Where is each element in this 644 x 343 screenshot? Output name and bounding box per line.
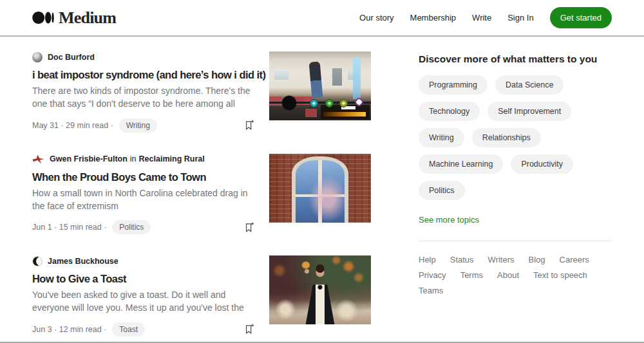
footer-link[interactable]: Writers [488, 255, 515, 264]
article-title[interactable]: How to Give a Toast [32, 273, 258, 286]
author-avatar[interactable] [32, 256, 43, 266]
medium-logo-icon [32, 12, 54, 24]
sidebar-divider [419, 241, 612, 241]
topic-pill[interactable]: Relationships [472, 128, 541, 147]
get-started-button[interactable]: Get started [550, 7, 612, 28]
footer-link[interactable]: Help [419, 255, 436, 264]
topic-pill[interactable]: Productivity [511, 154, 573, 174]
nav-write[interactable]: Write [472, 13, 491, 23]
bookmark-add-icon[interactable] [243, 119, 255, 131]
article-tag-pill[interactable]: Politics [112, 220, 151, 234]
article-thumbnail[interactable] [269, 154, 371, 223]
medium-wordmark: Medium [59, 8, 116, 28]
byline: James Buckhouse [32, 255, 258, 266]
publication-name[interactable]: Reclaiming Rural [139, 154, 205, 163]
topic-pill[interactable]: Writing [419, 128, 464, 147]
topic-list: ProgrammingData ScienceTechnologySelf Im… [419, 75, 612, 200]
footer-link[interactable]: About [497, 270, 519, 280]
article-date-readtime: Jun 1 · 15 min read · [32, 223, 106, 232]
byline: Doc Burford [32, 51, 258, 62]
discover-heading: Discover more of what matters to you [419, 53, 612, 65]
article-date-readtime: Jun 3 · 12 min read · [32, 325, 106, 334]
article-meta-row: Jun 3 · 12 min read · Toast [32, 322, 258, 337]
article-thumbnail[interactable] [269, 51, 371, 120]
footer-link[interactable]: Text to speech [533, 270, 587, 280]
medium-logo[interactable]: Medium [32, 8, 116, 28]
bookmark-add-icon[interactable] [243, 221, 255, 234]
header-nav: Our story Membership Write Sign In Get s… [359, 7, 612, 28]
article-title[interactable]: i beat impostor syndrome (and here’s how… [32, 69, 258, 82]
footer-link[interactable]: Blog [529, 255, 545, 264]
author-avatar[interactable] [32, 52, 43, 62]
site-header: Medium Our story Membership Write Sign I… [0, 0, 644, 37]
topic-pill[interactable]: Politics [419, 181, 465, 200]
article-card: Gwen Frisbie-Fulton in Reclaiming Rural … [32, 154, 371, 234]
topic-pill[interactable]: Self Improvement [488, 102, 571, 121]
article-excerpt: You've been asked to give a toast. Do it… [32, 288, 258, 315]
footer-link[interactable]: Status [450, 255, 474, 264]
see-more-topics-link[interactable]: See more topics [419, 215, 479, 225]
footer-link[interactable]: Privacy [419, 270, 446, 280]
article-feed: Doc Burford i beat impostor syndrome (an… [32, 51, 371, 343]
bookmark-add-icon[interactable] [243, 323, 255, 335]
article-excerpt: There are two kinds of impostor syndrome… [32, 84, 258, 111]
topic-pill[interactable]: Technology [419, 102, 480, 121]
sidebar: Discover more of what matters to you Pro… [419, 51, 612, 343]
author-name[interactable]: Doc Burford [48, 53, 95, 62]
author-avatar[interactable] [32, 154, 44, 164]
nav-our-story[interactable]: Our story [359, 13, 393, 23]
byline: Gwen Frisbie-Fulton in Reclaiming Rural [32, 154, 258, 165]
article-thumbnail[interactable] [269, 255, 371, 324]
topic-pill[interactable]: Data Science [495, 75, 564, 95]
footer-link[interactable]: Teams [419, 286, 443, 295]
nav-sign-in[interactable]: Sign In [507, 13, 533, 23]
author-name[interactable]: Gwen Frisbie-Fulton [50, 154, 128, 163]
footer-link[interactable]: Terms [460, 270, 483, 280]
footer-link[interactable]: Careers [560, 255, 589, 264]
article-meta-row: Jun 1 · 15 min read · Politics [32, 220, 258, 234]
article-title[interactable]: When the Proud Boys Came to Town [32, 171, 258, 184]
article-date-readtime: May 31 · 29 min read · [32, 121, 113, 130]
sidebar-footer-links: HelpStatusWritersBlogCareersPrivacyTerms… [419, 255, 612, 295]
article-card: James Buckhouse How to Give a Toast You'… [32, 255, 371, 337]
author-name[interactable]: James Buckhouse [48, 257, 118, 266]
byline-in-word: in [130, 154, 137, 163]
article-meta-row: May 31 · 29 min read · Writing [32, 118, 258, 133]
article-tag-pill[interactable]: Toast [112, 322, 145, 337]
topic-pill[interactable]: Programming [419, 75, 488, 95]
article-excerpt: How a small town in North Carolina celeb… [32, 187, 258, 213]
nav-membership[interactable]: Membership [410, 13, 457, 23]
article-card: Doc Burford i beat impostor syndrome (an… [32, 51, 371, 133]
topic-pill[interactable]: Machine Learning [419, 154, 503, 174]
article-tag-pill[interactable]: Writing [119, 118, 157, 133]
